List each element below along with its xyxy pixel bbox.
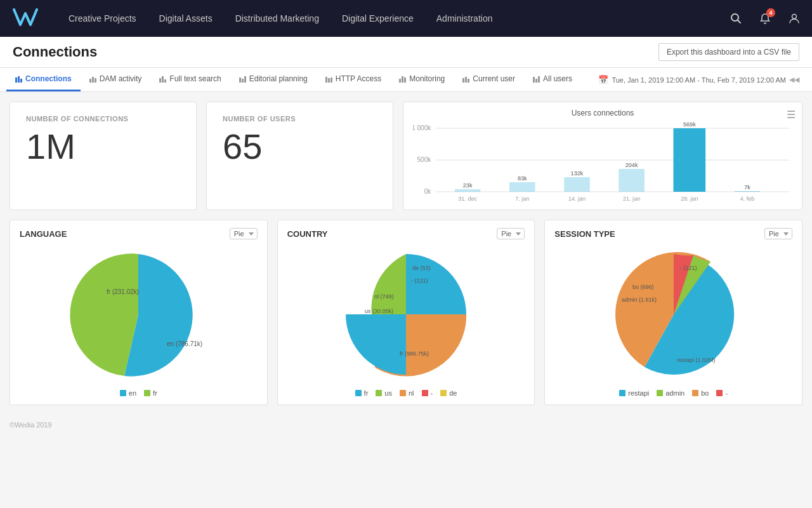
dam-activity-tab-icon (89, 75, 96, 83)
svg-rect-17 (673, 128, 705, 192)
language-pie-svg-wrap: fr (231.02k) en (786.71k) (69, 244, 208, 384)
country-pie-card: COUNTRY Pie (277, 220, 535, 405)
language-legend: en fr (120, 389, 157, 397)
svg-text:nl (749): nl (749) (374, 293, 394, 300)
country-pie-container: de (53) - (121) nl (749) us (30.05k) fr … (287, 244, 525, 397)
nav-item-administration[interactable]: Administration (425, 0, 504, 37)
line-chart-title: Users connections (413, 109, 792, 117)
country-chart-type-select[interactable]: Pie (497, 228, 525, 239)
legend-dot-us (376, 390, 382, 396)
line-chart-card: Users connections ☰ 1 000k 500k 0k 23k (403, 102, 802, 210)
http-access-tab-icon (325, 75, 332, 83)
date-range-arrow: ◀◀ (789, 76, 799, 84)
users-label: NUMBER OF USERS (223, 115, 377, 123)
legend-item-fr: fr (355, 389, 369, 397)
full-text-search-tab-icon (159, 75, 166, 83)
tab-connections[interactable]: Connections (6, 68, 81, 91)
language-pie-card: LANGUAGE Pie fr (231.02k) en (786.71 (10, 220, 268, 405)
logo[interactable] (6, 6, 44, 31)
user-button[interactable] (783, 7, 806, 30)
svg-text:569k: 569k (683, 121, 696, 128)
svg-text:204k: 204k (625, 162, 638, 168)
page-title: Connections (13, 44, 97, 60)
svg-text:31. dec: 31. dec (458, 196, 477, 202)
svg-text:- (121): - (121) (680, 265, 697, 271)
session-type-title: SESSION TYPE (554, 229, 615, 239)
legend-dot-admin (657, 390, 663, 396)
legend-item-restapi: restapi (619, 389, 649, 397)
session-pie-container: - (121) bo (696) admin (1.61k) restapi (… (554, 244, 792, 397)
svg-text:fr (986.75k): fr (986.75k) (400, 351, 429, 357)
tabs: Connections DAM activity Full text searc… (6, 68, 581, 91)
connections-value: 1M (26, 129, 180, 164)
svg-text:en (786.71k): en (786.71k) (167, 340, 202, 347)
session-type-pie-card: SESSION TYPE Pie (544, 220, 802, 405)
export-button[interactable]: Export this dashboard into a CSV file (658, 43, 799, 61)
svg-text:132k: 132k (571, 170, 584, 177)
nav-item-creative-projects[interactable]: Creative Projects (57, 0, 148, 37)
svg-text:83k: 83k (518, 175, 527, 182)
tab-current-user[interactable]: Current user (454, 68, 524, 91)
legend-dot-dash (422, 390, 428, 396)
notifications-button[interactable]: 4 (754, 7, 776, 30)
search-button[interactable] (724, 7, 747, 30)
country-card-header: COUNTRY Pie (287, 228, 525, 239)
svg-rect-9 (455, 189, 481, 192)
nav-item-digital-assets[interactable]: Digital Assets (148, 0, 224, 37)
footer: ©Wedia 2019 (0, 415, 812, 435)
country-pie-svg: de (53) - (121) nl (749) us (30.05k) fr … (336, 244, 476, 384)
legend-item-nl: nl (400, 389, 414, 397)
legend-item-de: de (440, 389, 457, 397)
legend-item-admin: admin (657, 389, 684, 397)
svg-text:7k: 7k (744, 184, 750, 190)
session-pie-svg-wrap: - (121) bo (696) admin (1.61k) restapi (… (604, 244, 743, 384)
country-pie-svg-wrap: de (53) - (121) nl (749) us (30.05k) fr … (336, 244, 476, 384)
svg-rect-15 (619, 169, 645, 192)
line-chart-svg: 1 000k 500k 0k 23k 83k 132 (413, 121, 792, 203)
tab-dam-activity[interactable]: DAM activity (81, 68, 151, 91)
session-type-card-header: SESSION TYPE Pie (554, 228, 792, 239)
svg-text:- (121): - (121) (411, 277, 428, 284)
svg-rect-13 (564, 177, 590, 192)
svg-text:1 000k: 1 000k (413, 124, 431, 131)
tab-http-access[interactable]: HTTP Access (317, 68, 390, 91)
svg-text:14. jan: 14. jan (568, 196, 586, 202)
tab-monitoring[interactable]: Monitoring (390, 68, 454, 91)
bottom-row: LANGUAGE Pie fr (231.02k) en (786.71 (10, 220, 802, 405)
copyright: ©Wedia 2019 (10, 421, 52, 429)
nav-item-distributed-marketing[interactable]: Distributed Marketing (224, 0, 331, 37)
language-chart-type-select[interactable]: Pie (230, 228, 258, 239)
tabs-bar: Connections DAM activity Full text searc… (0, 68, 812, 92)
monitoring-tab-icon (399, 75, 406, 83)
top-row: NUMBER OF CONNECTIONS 1M NUMBER OF USERS… (10, 102, 802, 210)
line-chart-menu-icon[interactable]: ☰ (787, 109, 796, 121)
svg-text:0k: 0k (424, 188, 432, 195)
language-pie-svg: fr (231.02k) en (786.71k) (69, 244, 208, 384)
svg-text:restapi (1.02M): restapi (1.02M) (677, 357, 716, 363)
svg-text:admin (1.61k): admin (1.61k) (622, 297, 657, 303)
legend-item-en: en (120, 389, 136, 397)
legend-dot-en (120, 390, 126, 396)
legend-item-us: us (376, 389, 392, 397)
page-header: Connections Export this dashboard into a… (0, 37, 812, 68)
svg-text:7. jan: 7. jan (515, 196, 529, 202)
date-range: 📅 Tue, Jan 1, 2019 12:00 AM - Thu, Feb 7… (592, 75, 806, 84)
nav-items: Creative Projects Digital Assets Distrib… (57, 0, 724, 37)
session-chart-type-select[interactable]: Pie (764, 228, 792, 239)
users-stat-card: NUMBER OF USERS 65 (206, 102, 393, 210)
svg-rect-19 (735, 191, 761, 192)
tab-full-text-search[interactable]: Full text search (150, 68, 230, 91)
tab-all-users[interactable]: All users (524, 68, 581, 91)
legend-dot-de (440, 390, 447, 396)
tab-editorial-planning[interactable]: Editorial planning (230, 68, 317, 91)
legend-item-dash: - (716, 389, 728, 397)
svg-rect-11 (509, 182, 535, 192)
line-chart-area: 1 000k 500k 0k 23k 83k 132 (413, 121, 792, 203)
legend-dot-nl (400, 390, 406, 396)
connections-label: NUMBER OF CONNECTIONS (26, 115, 180, 123)
svg-text:23k: 23k (463, 182, 473, 189)
top-navigation: Creative Projects Digital Assets Distrib… (0, 0, 812, 37)
nav-icons: 4 (724, 7, 806, 30)
nav-item-digital-experience[interactable]: Digital Experience (331, 0, 425, 37)
legend-dot-dash (716, 390, 723, 396)
